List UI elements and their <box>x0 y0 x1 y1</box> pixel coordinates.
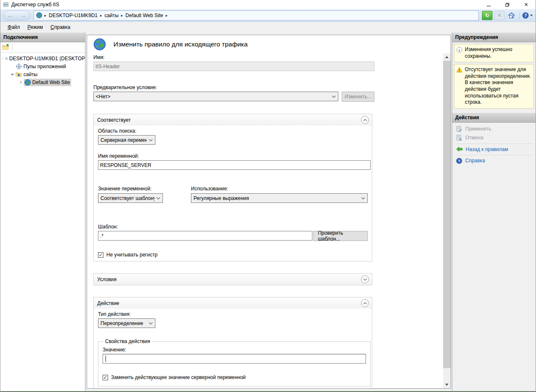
conditions-section-title: Условия <box>97 277 116 282</box>
page-title: Изменить правило для исходящего трафика <box>113 41 247 48</box>
alert-text: Отсутствует значение для действия переоп… <box>465 67 531 106</box>
test-pattern-button[interactable]: Проверить шаблон... <box>313 231 368 241</box>
ignore-case-row: ✓ Не учитывать регистр <box>98 252 368 258</box>
tree-item-label: DESKTOP-U1MK9D1 (DESKTOP <box>9 56 85 61</box>
variable-value-select[interactable]: Соответствует шаблону <box>98 193 163 203</box>
page-globe-icon <box>93 38 106 51</box>
connections-header: Подключения <box>0 33 85 42</box>
breadcrumb-server[interactable]: DESKTOP-U1MK9D1 <box>49 13 98 18</box>
replace-value-checkbox[interactable]: ✓ <box>103 375 108 380</box>
using-label: Использование: <box>191 186 368 192</box>
actions-header: Действия <box>452 113 536 123</box>
breadcrumb-sites[interactable]: сайты <box>104 13 119 18</box>
breadcrumb-default-web-site[interactable]: Default Web Site <box>125 13 164 18</box>
pattern-field[interactable] <box>98 231 312 241</box>
back-arrow-icon <box>456 146 463 152</box>
tree-item-sites[interactable]: сайты <box>0 70 85 78</box>
chevron-down-icon <box>530 15 533 16</box>
collapse-match-button[interactable] <box>361 116 369 124</box>
precondition-select[interactable]: <Нет> <box>93 92 338 101</box>
chevron-down-icon <box>149 322 153 325</box>
main-scrollbar[interactable] <box>443 54 451 388</box>
actions-separator <box>455 143 533 144</box>
forward-icon[interactable]: → <box>21 13 26 18</box>
help-icon: ? <box>456 158 462 164</box>
scope-select[interactable]: Серверная переменн <box>98 135 155 145</box>
menu-file[interactable]: Файл <box>4 23 24 32</box>
svg-text:!: ! <box>459 68 460 72</box>
close-icon: ✕ <box>524 2 528 8</box>
expand-conditions-button[interactable] <box>361 275 369 283</box>
chevron-up-icon <box>363 302 367 305</box>
variable-name-field[interactable] <box>98 160 371 170</box>
svg-text:?: ? <box>458 159 461 163</box>
action-section: Действие Тип действия: Переопределение <box>93 297 372 388</box>
refresh-button[interactable]: ↻ <box>482 11 492 20</box>
warning-alert: ! Отсутствует значение для действия пере… <box>454 64 534 109</box>
tree-item-default-web-site[interactable]: Default Web Site <box>0 78 85 86</box>
scope-label: Область поиска: <box>98 128 368 134</box>
back-icon[interactable]: ← <box>8 13 13 18</box>
cancel-action: Отмена <box>452 133 536 142</box>
minimize-icon <box>487 6 491 6</box>
breadcrumb-arrow-icon: ▸ <box>44 13 46 18</box>
back-to-rules-action[interactable]: Назад к правилам <box>452 145 536 154</box>
action-type-label: Тип действия: <box>98 311 368 317</box>
toolbar-separator <box>12 44 13 51</box>
action-properties-legend: Свойства действия <box>103 338 152 344</box>
replace-value-label: Заменить действующее значение серверной … <box>111 374 246 380</box>
scrollbar-track[interactable] <box>443 61 451 381</box>
expander-open-icon[interactable] <box>10 72 14 76</box>
home-button[interactable] <box>506 11 517 20</box>
apply-icon <box>456 126 462 132</box>
tree-item-label: Default Web Site <box>32 79 70 85</box>
alert-text: Изменения успешно сохранены. <box>465 46 531 59</box>
home-icon <box>508 12 515 18</box>
address-bar: ← → ▸ DESKTOP-U1MK9D1 ▸ сайты ▸ Default … <box>0 9 536 22</box>
tree-item-label: сайты <box>23 72 38 77</box>
chevron-down-icon <box>361 197 365 200</box>
scroll-up-button[interactable] <box>443 54 451 61</box>
minimize-button[interactable] <box>479 0 498 9</box>
action-section-title: Действие <box>97 300 119 306</box>
globe-icon <box>24 79 31 86</box>
menu-help[interactable]: Справка <box>47 23 74 32</box>
connections-tree: DESKTOP-U1MK9D1 (DESKTOP Пулы приложений… <box>0 53 85 391</box>
menu-view[interactable]: Режим <box>24 23 47 32</box>
ignore-case-checkbox[interactable]: ✓ <box>98 252 103 258</box>
help-action[interactable]: ? Справка <box>452 156 536 165</box>
tree-item-app-pools[interactable]: Пулы приложений <box>0 62 85 70</box>
chevron-down-icon <box>363 278 367 281</box>
variable-name-label: Имя переменной: <box>98 153 368 159</box>
create-connection-icon[interactable] <box>2 44 9 51</box>
scrollbar-thumb[interactable] <box>443 61 451 368</box>
value-field[interactable] <box>103 354 366 364</box>
collapse-action-button[interactable] <box>361 299 369 307</box>
using-select[interactable]: Регулярные выражения <box>191 193 368 203</box>
close-button[interactable]: ✕ <box>517 0 536 9</box>
conditions-section: Условия <box>93 273 372 285</box>
expander-closed-icon[interactable] <box>19 80 23 84</box>
scroll-up-icon <box>445 56 448 58</box>
actions-list: Применить Отмена Назад к правилам <box>452 123 536 167</box>
help-button[interactable]: ? <box>522 11 533 20</box>
chevron-down-icon <box>149 139 153 141</box>
info-icon: i <box>456 47 462 53</box>
action-type-select[interactable]: Переопределение <box>98 318 155 328</box>
precondition-label: Предварительное условие: <box>93 85 443 90</box>
warning-icon: ! <box>456 67 462 73</box>
title-bar: Диспетчер служб IIS ✕ <box>0 0 536 9</box>
restore-button[interactable] <box>498 0 517 9</box>
scroll-down-icon <box>445 384 448 386</box>
cancel-icon <box>456 135 462 141</box>
match-section-title: Соответствует <box>97 117 131 123</box>
expander-open-icon[interactable] <box>2 56 4 60</box>
scroll-down-button[interactable] <box>443 381 451 388</box>
breadcrumb[interactable]: ▸ DESKTOP-U1MK9D1 ▸ сайты ▸ Default Web … <box>34 10 479 20</box>
navigation-buttons: ← → <box>3 10 30 20</box>
sites-folder-icon <box>15 71 22 78</box>
window-title: Диспетчер служб IIS <box>11 2 59 8</box>
tree-item-server[interactable]: DESKTOP-U1MK9D1 (DESKTOP <box>0 54 85 62</box>
breadcrumb-arrow-icon: ▸ <box>121 13 123 18</box>
connections-toolbar <box>0 42 85 53</box>
